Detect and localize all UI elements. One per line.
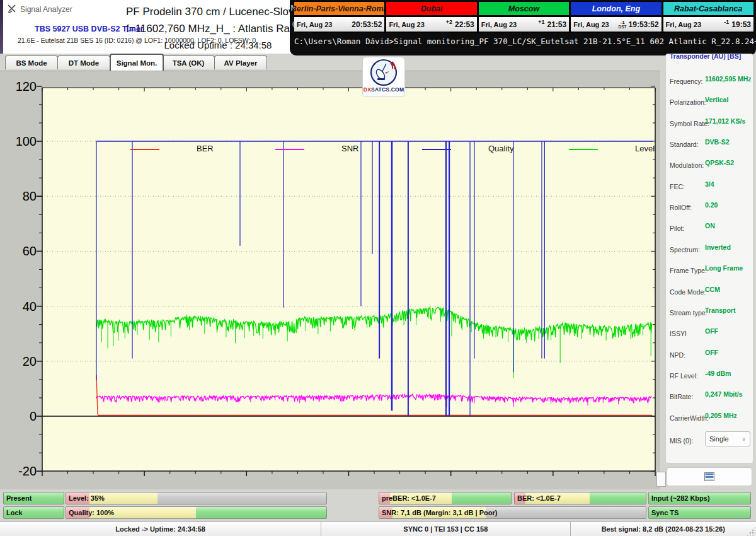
clock-city-3: London, Eng (570, 1, 662, 16)
signal-chart: 120100806040200-20 (0, 71, 660, 489)
legend-line-snr (275, 149, 304, 150)
sidebar-label: Pilot: (670, 224, 684, 232)
clock-city-2: Moscow (478, 1, 570, 16)
sidebar-value: DVB-S2 (705, 138, 730, 146)
sidebar-value: OFF (705, 327, 718, 335)
sidebar-label: Frequency: (670, 78, 703, 85)
gauge-sync-ts: Sync TS (648, 506, 751, 519)
list-icon (704, 472, 714, 481)
gauge-snr: SNR: 7,1 dB (Margin: 3,1 dB | Poor) (379, 506, 646, 519)
legend-label-snr: SNR (341, 144, 358, 153)
signal-analyzer-icon (7, 4, 17, 14)
tab-signal-mon-[interactable]: Signal Mon. (110, 54, 164, 71)
sidebar-label: Symbol Rate: (670, 120, 709, 127)
tuner-lnb-settings: 21.6E - Eutelsat 21B SES 16 (ID: 0216) @… (18, 37, 256, 44)
sidebar-header: Transponder (AU) [BS] (670, 54, 750, 60)
gauge-input-282-kbps-: Input (~282 Kbps) (648, 492, 751, 504)
sidebar-value: CCM (705, 286, 720, 293)
y-axis-label: -20 (18, 464, 37, 478)
mode-tabs: BS ModeDT ModeSignal Mon.TSA (OK)AV Play… (4, 54, 275, 71)
sidebar-row-5: FEC: 3/4 (670, 180, 752, 189)
sidebar-label: Polarization: (670, 98, 706, 106)
tab-dt-mode[interactable]: DT Mode (57, 55, 110, 69)
console-window: M ( Berlin-Paris-Vienna-RomaDubaiMoscowL… (290, 0, 756, 55)
legend-label-ber: BER (197, 144, 214, 153)
sidebar-label: Code Mode: (670, 288, 706, 296)
gauge-ber: BER: <1.0E-7 (514, 492, 646, 504)
sidebar-row-14: RF Level: -49 dBm (670, 370, 752, 378)
sidebar-label: CarrierWidth: (670, 414, 709, 422)
gauge-preber: preBER: <1.0E-7 (379, 492, 512, 504)
sidebar-value: Long Frame (705, 264, 743, 272)
window-title: Signal Analyzer (20, 5, 72, 14)
sidebar-row-15: BitRate: 0,247 Mbit/s (670, 390, 752, 399)
sidebar-value: Transport (705, 306, 735, 314)
sidebar-header-wrap: Transponder (AU) [BS] (670, 54, 750, 62)
sidebar-value: OFF (705, 349, 718, 356)
y-axis-label: 20 (23, 354, 37, 368)
legend-line-level (569, 149, 598, 150)
sidebar-label: RF Level: (670, 372, 698, 380)
sidebar-value: QPSK-S2 (705, 159, 734, 166)
sidebar-label: ISSYI (670, 330, 687, 337)
sidebar-label: Stream type: (670, 309, 707, 317)
tab-av-player[interactable]: AV Player (214, 55, 267, 69)
sidebar-label: Spectrum: (670, 246, 700, 253)
sidebar-value: 171,012 KS/s (705, 117, 745, 125)
legend-line-quality (422, 149, 451, 150)
legend-label-level: Level (635, 144, 655, 153)
satellite-dish-logo-icon (367, 57, 400, 88)
sidebar-value: 0,247 Mbit/s (705, 390, 743, 398)
sidebar-row-11: Stream type: Transport (670, 306, 752, 315)
gauge-lock: Lock (3, 506, 64, 519)
sidebar-row-4: Modulation: QPSK-S2 (670, 159, 752, 168)
sidebar-label: BitRate: (670, 393, 693, 400)
sidebar-label: FEC: (670, 183, 685, 190)
sidebar-label: Frame Type: (670, 267, 707, 274)
dxsatcs-logo: DXSATCS.COM (362, 57, 405, 97)
mis-dropdown-value: Single (709, 435, 729, 443)
status-bar: Locked -> Uptime: 24:34:58 SYNC 0 | TEI … (0, 521, 756, 536)
sidebar-row-9: Frame Type: Long Frame (670, 264, 752, 273)
console-prompt-line: C:\Users\Roman Dávid>Signal monitoring_P… (294, 37, 756, 46)
sidebar-value: -49 dBm (705, 370, 731, 377)
sidebar-row-1: Polarization: Vertical (670, 96, 752, 105)
window-border (0, 0, 3, 54)
sidebar-label: Standard: (670, 141, 699, 148)
sidebar-value: 0,205 MHz (705, 412, 737, 419)
mis-label: MIS (0): (670, 437, 693, 445)
clock-city-1: Dubai (386, 1, 477, 16)
sidebar-row-7: Pilot: ON (670, 222, 752, 231)
gauge-present: Present (3, 492, 64, 504)
tab-tsa-ok-[interactable]: TSA (OK) (162, 55, 215, 69)
sidebar-value: Inverted (705, 243, 731, 251)
clock-time-3: Fri, Aug 23-1DST19:53:52 (570, 16, 662, 32)
gauge-quality: Quality: 100% (66, 506, 327, 519)
clock-time-1: Fri, Aug 23+222:53 (386, 16, 477, 32)
y-axis-label: 100 (16, 134, 37, 148)
sidebar-value: 3/4 (705, 180, 714, 188)
chart-scrollbar[interactable] (656, 472, 666, 487)
legend-label-quality: Quality (488, 144, 513, 153)
tab-bs-mode[interactable]: BS Mode (5, 55, 58, 69)
y-axis-label: 0 (30, 409, 37, 423)
sidebar-value: 0.20 (705, 201, 718, 209)
clock-time-2: Fri, Aug 23+121:53 (478, 16, 570, 32)
sidebar-label: RollOff: (670, 204, 692, 211)
clock-city-0: Berlin-Paris-Vienna-Roma (294, 1, 385, 16)
sidebar-row-12: ISSYI OFF (670, 327, 752, 336)
sidebar-value: ON (705, 222, 715, 230)
sidebar-value: 11602,595 MHz (705, 75, 752, 83)
world-clock-panel: Berlin-Paris-Vienna-RomaDubaiMoscowLondo… (294, 1, 754, 33)
chart-panel: 120100806040200-20 BERSNRQualityLevel (0, 71, 660, 489)
clock-time-0: Fri, Aug 2320:53:52 (294, 16, 385, 32)
sidebar-row-13: NPD: OFF (670, 349, 752, 358)
clock-city-4: Rabat-Casablanca (663, 1, 754, 16)
app-window: Signal Analyzer PF Prodelin 370 cm / Luc… (0, 0, 756, 536)
sidebar-action-button[interactable] (667, 467, 752, 486)
status-sync-counters: SYNC 0 | TEI 153 | CC 158 (321, 522, 570, 536)
mis-dropdown[interactable]: Single ∨ (705, 431, 750, 446)
tuner-name: TBS 5927 USB DVB-S2 Tuner (35, 25, 144, 33)
frequency-title: f=11602,760 MHz_H_ : Atlantis Radio (126, 23, 291, 35)
dish-location-title: PF Prodelin 370 cm / Lucenec-Slovakia (126, 6, 291, 18)
